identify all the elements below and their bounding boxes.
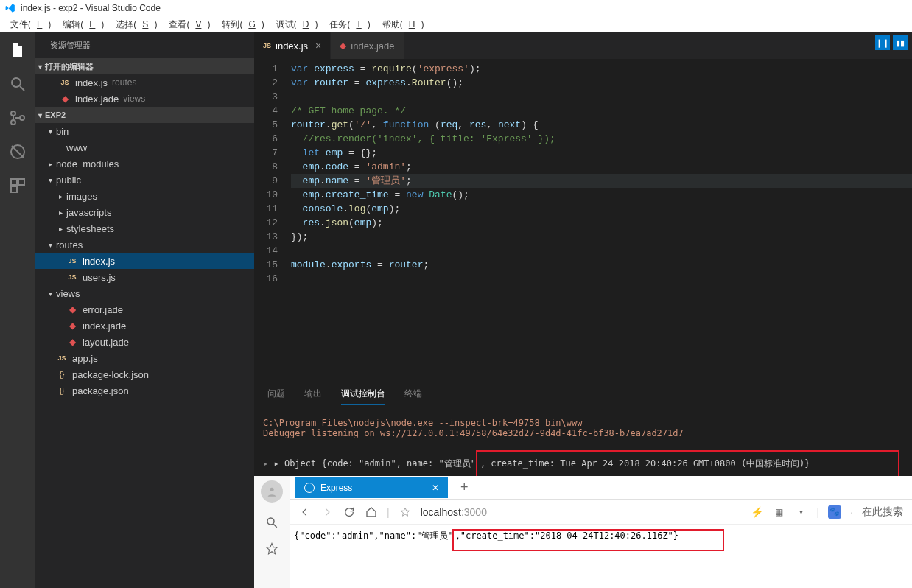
json-output-prefix: {"code":"admin","name":"管理员" xyxy=(294,531,454,541)
panel-tab[interactable]: 输出 xyxy=(304,388,322,400)
browser-search-icon[interactable] xyxy=(265,516,278,529)
svg-line-12 xyxy=(273,524,277,528)
tree-item[interactable]: ▾bin xyxy=(35,123,254,139)
debug-icon[interactable] xyxy=(7,141,28,162)
debug-highlight-box: , create_time: Tue Apr 24 2018 20:40:26 … xyxy=(476,450,899,476)
panel-tab[interactable]: 调试控制台 xyxy=(341,388,385,400)
browser-sidebar xyxy=(254,476,290,588)
menu-item[interactable]: 查看(V) xyxy=(163,18,216,31)
tree-item[interactable]: JSusers.js xyxy=(35,269,254,285)
json-file-icon: {} xyxy=(56,387,68,395)
paw-icon[interactable]: 🐾 xyxy=(828,505,841,519)
menu-item[interactable]: 文件(F) xyxy=(4,18,57,31)
svg-line-1 xyxy=(20,86,24,91)
svg-line-6 xyxy=(12,146,24,158)
svg-point-2 xyxy=(11,111,15,116)
debug-panel: 问题输出调试控制台终端 C:\Program Files\nodejs\node… xyxy=(254,382,912,476)
avatar-icon[interactable] xyxy=(261,480,283,503)
panel-tab[interactable]: 终端 xyxy=(404,388,422,400)
refresh-button[interactable] xyxy=(343,505,356,519)
jade-file-icon: ◆ xyxy=(59,94,71,104)
back-button[interactable] xyxy=(298,505,312,519)
chevron-down-icon[interactable]: ▾ xyxy=(794,505,807,519)
explorer-icon[interactable] xyxy=(7,40,28,60)
panel-body[interactable]: C:\Program Files\nodejs\node.exe --inspe… xyxy=(254,405,912,476)
js-file-icon: JS xyxy=(66,273,78,281)
title-bar: index.js - exp2 - Visual Studio Code xyxy=(0,0,912,16)
svg-point-10 xyxy=(270,488,273,491)
svg-point-11 xyxy=(267,518,274,525)
json-highlight-box: ,"create_time":"2018-04-24T12:40:26.116Z… xyxy=(452,529,724,551)
js-file-icon: JS xyxy=(59,79,71,86)
close-tab-icon[interactable]: ✕ xyxy=(432,483,439,493)
extensions-icon[interactable] xyxy=(7,175,28,196)
menu-item[interactable]: 编辑(E) xyxy=(57,18,110,31)
js-file-icon: JS xyxy=(263,42,271,49)
bolt-icon[interactable]: ⚡ xyxy=(750,505,763,519)
open-editor-item[interactable]: ◆index.jadeviews xyxy=(35,91,254,107)
jade-file-icon: ◆ xyxy=(340,41,346,51)
tree-item[interactable]: ▸javascripts xyxy=(35,204,254,220)
forward-button[interactable] xyxy=(320,505,334,519)
js-file-icon: JS xyxy=(56,354,68,362)
code-area[interactable]: 12345678910111213141516 var express = re… xyxy=(254,59,912,382)
tree-item[interactable]: JSindex.js xyxy=(35,253,254,269)
editor-tabs: JSindex.js×◆index.jade ❙❙ ▮▮ xyxy=(254,32,912,59)
project-header[interactable]: EXP2 xyxy=(35,107,254,123)
sidebar: 资源管理器 打开的编辑器 JSindex.jsroutes◆index.jade… xyxy=(35,32,254,588)
sidebar-title: 资源管理器 xyxy=(35,32,254,58)
json-file-icon: {} xyxy=(56,371,68,379)
jade-file-icon: ◆ xyxy=(66,304,78,315)
vscode-logo-icon xyxy=(4,2,16,14)
tree-item[interactable]: www xyxy=(35,139,254,155)
window-title: index.js - exp2 - Visual Studio Code xyxy=(21,3,161,13)
close-icon[interactable]: × xyxy=(315,40,321,52)
open-editor-item[interactable]: JSindex.jsroutes xyxy=(35,74,254,91)
svg-rect-8 xyxy=(18,179,24,185)
favorites-icon[interactable] xyxy=(265,542,278,556)
jade-file-icon: ◆ xyxy=(66,321,78,331)
tree-item[interactable]: JSapp.js xyxy=(35,350,254,366)
tree-item[interactable]: ◆error.jade xyxy=(35,301,254,318)
menu-bar: 文件(F)编辑(E)选择(S)查看(V)转到(G)调试(D)任务(T)帮助(H) xyxy=(0,16,912,32)
menu-item[interactable]: 转到(G) xyxy=(216,18,270,31)
menu-item[interactable]: 调试(D) xyxy=(270,18,324,31)
menu-item[interactable]: 帮助(H) xyxy=(376,18,430,31)
pause-button[interactable]: ❙❙ xyxy=(875,35,890,50)
continue-button[interactable]: ▮▮ xyxy=(893,35,908,50)
tree-item[interactable]: ◆index.jade xyxy=(35,318,254,334)
menu-item[interactable]: 任务(T) xyxy=(323,18,376,31)
tree-item[interactable]: ◆layout.jade xyxy=(35,334,254,350)
tree-item[interactable]: {}package.json xyxy=(35,382,254,399)
panel-tabs: 问题输出调试控制台终端 xyxy=(254,382,912,405)
jade-file-icon: ◆ xyxy=(66,337,78,347)
svg-point-3 xyxy=(11,120,15,125)
editor-tab[interactable]: JSindex.js× xyxy=(254,32,331,59)
qr-icon[interactable]: ▦ xyxy=(772,505,785,519)
search-label[interactable]: 在此搜索 xyxy=(862,505,903,519)
tree-item[interactable]: ▾routes xyxy=(35,237,254,253)
tree-item[interactable]: ▸stylesheets xyxy=(35,220,254,237)
home-button[interactable] xyxy=(365,505,378,519)
js-file-icon: JS xyxy=(66,257,78,265)
scm-icon[interactable] xyxy=(7,108,28,128)
browser-tab[interactable]: Express ✕ xyxy=(295,477,448,498)
globe-icon xyxy=(304,483,315,493)
browser-area: Express ✕ + | localhost:3000 ⚡ ▦ xyxy=(254,476,912,588)
svg-rect-9 xyxy=(11,186,17,192)
tree-item[interactable]: ▾public xyxy=(35,172,254,188)
new-tab-button[interactable]: + xyxy=(454,477,474,498)
editor-tab[interactable]: ◆index.jade xyxy=(331,32,404,59)
menu-item[interactable]: 选择(S) xyxy=(110,18,163,31)
tree-item[interactable]: ▸images xyxy=(35,188,254,204)
open-editors-header[interactable]: 打开的编辑器 xyxy=(35,58,254,74)
tree-item[interactable]: ▾views xyxy=(35,285,254,301)
tree-item[interactable]: ▸node_modules xyxy=(35,155,254,172)
activity-bar xyxy=(0,32,35,588)
tree-item[interactable]: {}package-lock.json xyxy=(35,366,254,382)
address-bar[interactable]: localhost:3000 xyxy=(421,506,487,518)
panel-tab[interactable]: 问题 xyxy=(267,388,285,400)
star-icon[interactable] xyxy=(399,505,412,519)
browser-nav-bar: | localhost:3000 ⚡ ▦ ▾ | 🐾 · 在此搜索 xyxy=(290,500,912,525)
search-icon[interactable] xyxy=(7,74,28,94)
